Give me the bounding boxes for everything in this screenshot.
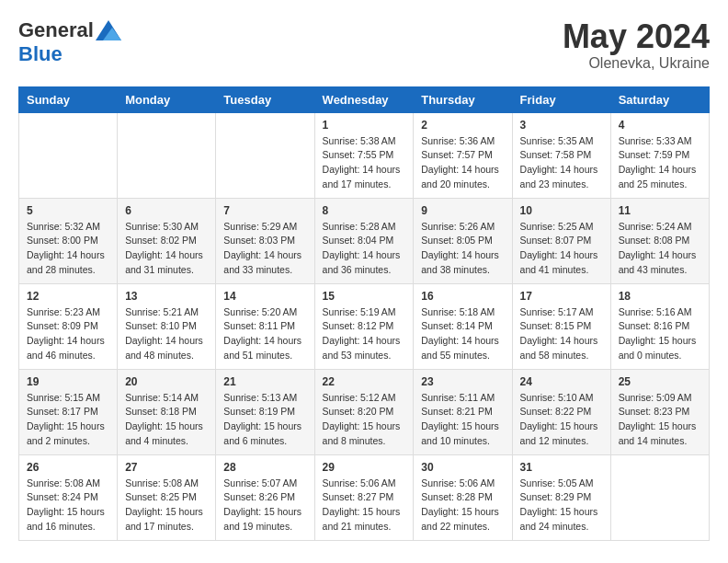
calendar-table: SundayMondayTuesdayWednesdayThursdayFrid… [18,86,710,541]
day-info: Sunrise: 5:23 AMSunset: 8:09 PMDaylight:… [27,305,109,363]
day-number: 7 [223,204,306,217]
day-cell-4: 4Sunrise: 5:33 AMSunset: 7:59 PMDaylight… [610,112,709,198]
day-number: 15 [323,290,406,303]
day-number: 5 [27,204,109,217]
day-info: Sunrise: 5:05 AMSunset: 8:29 PMDaylight:… [520,477,603,534]
day-cell-5: 5Sunrise: 5:32 AMSunset: 8:00 PMDaylight… [19,198,118,283]
day-cell-25: 25Sunrise: 5:09 AMSunset: 8:23 PMDayligh… [610,369,709,454]
day-cell-27: 27Sunrise: 5:08 AMSunset: 8:25 PMDayligh… [118,454,216,540]
day-info: Sunrise: 5:14 AMSunset: 8:18 PMDaylight:… [125,391,208,449]
weekday-header-tuesday: Tuesday [216,86,314,112]
day-info: Sunrise: 5:10 AMSunset: 8:22 PMDaylight:… [520,391,603,449]
day-info: Sunrise: 5:17 AMSunset: 8:15 PMDaylight:… [520,305,603,363]
day-number: 23 [421,375,504,388]
day-number: 6 [125,204,208,217]
logo: General Blue [18,18,121,66]
day-info: Sunrise: 5:06 AMSunset: 8:27 PMDaylight:… [323,477,406,534]
week-row-5: 26Sunrise: 5:08 AMSunset: 8:24 PMDayligh… [19,454,710,540]
empty-cell [216,112,314,198]
day-info: Sunrise: 5:32 AMSunset: 8:00 PMDaylight:… [27,220,109,278]
day-number: 31 [520,461,603,474]
day-info: Sunrise: 5:08 AMSunset: 8:25 PMDaylight:… [125,477,208,534]
day-number: 13 [125,290,208,303]
day-number: 2 [421,119,504,132]
day-cell-23: 23Sunrise: 5:11 AMSunset: 8:21 PMDayligh… [414,369,512,454]
day-number: 19 [27,375,109,388]
day-number: 4 [619,119,701,132]
day-cell-7: 7Sunrise: 5:29 AMSunset: 8:03 PMDaylight… [216,198,314,283]
day-number: 30 [421,461,504,474]
day-info: Sunrise: 5:33 AMSunset: 7:59 PMDaylight:… [619,134,701,192]
day-cell-3: 3Sunrise: 5:35 AMSunset: 7:58 PMDaylight… [512,112,610,198]
day-number: 17 [520,290,603,303]
day-number: 27 [125,461,208,474]
logo-blue-text: Blue [18,42,63,66]
day-info: Sunrise: 5:07 AMSunset: 8:26 PMDaylight:… [223,477,306,534]
day-cell-28: 28Sunrise: 5:07 AMSunset: 8:26 PMDayligh… [216,454,314,540]
week-row-2: 5Sunrise: 5:32 AMSunset: 8:00 PMDaylight… [19,198,710,283]
day-number: 22 [323,375,406,388]
day-cell-11: 11Sunrise: 5:24 AMSunset: 8:08 PMDayligh… [610,198,709,283]
weekday-header-sunday: Sunday [19,86,118,112]
day-info: Sunrise: 5:18 AMSunset: 8:14 PMDaylight:… [421,305,504,363]
day-info: Sunrise: 5:08 AMSunset: 8:24 PMDaylight:… [27,477,109,534]
day-cell-30: 30Sunrise: 5:06 AMSunset: 8:28 PMDayligh… [414,454,512,540]
weekday-header-wednesday: Wednesday [314,86,414,112]
day-cell-14: 14Sunrise: 5:20 AMSunset: 8:11 PMDayligh… [216,283,314,369]
day-number: 10 [520,204,603,217]
day-number: 8 [323,204,406,217]
day-number: 14 [223,290,306,303]
day-info: Sunrise: 5:11 AMSunset: 8:21 PMDaylight:… [421,391,504,449]
day-cell-29: 29Sunrise: 5:06 AMSunset: 8:27 PMDayligh… [314,454,414,540]
day-cell-18: 18Sunrise: 5:16 AMSunset: 8:16 PMDayligh… [610,283,709,369]
day-cell-10: 10Sunrise: 5:25 AMSunset: 8:07 PMDayligh… [512,198,610,283]
day-info: Sunrise: 5:06 AMSunset: 8:28 PMDaylight:… [421,477,504,534]
day-number: 1 [323,119,406,132]
day-info: Sunrise: 5:20 AMSunset: 8:11 PMDaylight:… [223,305,306,363]
day-cell-9: 9Sunrise: 5:26 AMSunset: 8:05 PMDaylight… [414,198,512,283]
logo-icon [96,20,121,40]
day-info: Sunrise: 5:13 AMSunset: 8:19 PMDaylight:… [223,391,306,449]
day-number: 28 [223,461,306,474]
day-info: Sunrise: 5:26 AMSunset: 8:05 PMDaylight:… [421,220,504,278]
day-info: Sunrise: 5:38 AMSunset: 7:55 PMDaylight:… [323,134,406,192]
day-info: Sunrise: 5:15 AMSunset: 8:17 PMDaylight:… [27,391,109,449]
day-number: 26 [27,461,109,474]
day-info: Sunrise: 5:28 AMSunset: 8:04 PMDaylight:… [323,220,406,278]
day-info: Sunrise: 5:19 AMSunset: 8:12 PMDaylight:… [323,305,406,363]
day-cell-13: 13Sunrise: 5:21 AMSunset: 8:10 PMDayligh… [118,283,216,369]
day-number: 25 [619,375,701,388]
location-subtitle: Olenevka, Ukraine [563,55,710,72]
title-block: May 2024 Olenevka, Ukraine [563,18,710,72]
empty-cell [19,112,118,198]
day-info: Sunrise: 5:24 AMSunset: 8:08 PMDaylight:… [619,220,701,278]
weekday-header-row: SundayMondayTuesdayWednesdayThursdayFrid… [19,86,710,112]
day-cell-21: 21Sunrise: 5:13 AMSunset: 8:19 PMDayligh… [216,369,314,454]
day-info: Sunrise: 5:36 AMSunset: 7:57 PMDaylight:… [421,134,504,192]
day-cell-1: 1Sunrise: 5:38 AMSunset: 7:55 PMDaylight… [314,112,414,198]
page-header: General Blue May 2024 Olenevka, Ukraine [18,18,710,72]
day-cell-2: 2Sunrise: 5:36 AMSunset: 7:57 PMDaylight… [414,112,512,198]
empty-cell [610,454,709,540]
day-number: 20 [125,375,208,388]
day-info: Sunrise: 5:16 AMSunset: 8:16 PMDaylight:… [619,305,701,363]
day-cell-17: 17Sunrise: 5:17 AMSunset: 8:15 PMDayligh… [512,283,610,369]
weekday-header-saturday: Saturday [610,86,709,112]
day-info: Sunrise: 5:35 AMSunset: 7:58 PMDaylight:… [520,134,603,192]
day-number: 16 [421,290,504,303]
weekday-header-thursday: Thursday [414,86,512,112]
week-row-3: 12Sunrise: 5:23 AMSunset: 8:09 PMDayligh… [19,283,710,369]
day-number: 12 [27,290,109,303]
day-number: 3 [520,119,603,132]
day-number: 24 [520,375,603,388]
day-cell-24: 24Sunrise: 5:10 AMSunset: 8:22 PMDayligh… [512,369,610,454]
day-cell-20: 20Sunrise: 5:14 AMSunset: 8:18 PMDayligh… [118,369,216,454]
day-cell-19: 19Sunrise: 5:15 AMSunset: 8:17 PMDayligh… [19,369,118,454]
day-number: 21 [223,375,306,388]
day-cell-31: 31Sunrise: 5:05 AMSunset: 8:29 PMDayligh… [512,454,610,540]
day-number: 11 [619,204,701,217]
day-cell-12: 12Sunrise: 5:23 AMSunset: 8:09 PMDayligh… [19,283,118,369]
day-info: Sunrise: 5:30 AMSunset: 8:02 PMDaylight:… [125,220,208,278]
month-year-title: May 2024 [563,18,710,55]
week-row-1: 1Sunrise: 5:38 AMSunset: 7:55 PMDaylight… [19,112,710,198]
